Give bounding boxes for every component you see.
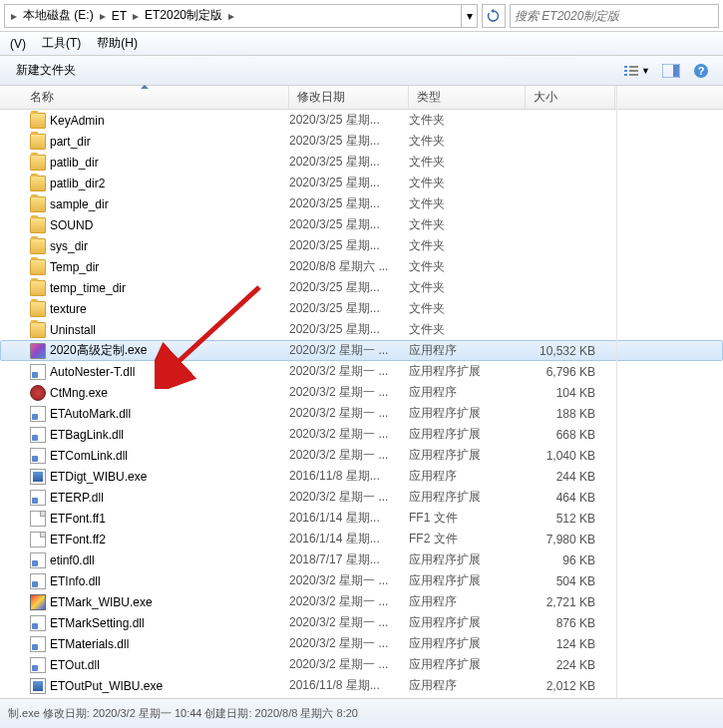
file-size: 6,796 KB — [526, 365, 605, 379]
search-box[interactable] — [510, 4, 719, 28]
file-type: 文件夹 — [409, 175, 526, 191]
file-size: 512 KB — [526, 512, 605, 526]
column-date[interactable]: 修改日期 — [289, 86, 409, 109]
file-name: sys_dir — [50, 239, 88, 253]
file-row[interactable]: Temp_dir2020/8/8 星期六 ...文件夹 — [0, 256, 723, 277]
file-name: texture — [50, 302, 87, 316]
file-row[interactable]: sys_dir2020/3/25 星期...文件夹 — [0, 235, 723, 256]
chevron-right-icon[interactable]: ▸ — [226, 9, 236, 23]
list-view-icon — [623, 64, 639, 78]
chevron-right-icon[interactable]: ▸ — [9, 9, 19, 23]
file-type: 应用程序扩展 — [409, 656, 526, 673]
svg-rect-0 — [624, 66, 627, 68]
file-row[interactable]: patlib_dir2020/3/25 星期...文件夹 — [0, 152, 723, 173]
file-row[interactable]: ETAutoMark.dll2020/3/2 星期一 ...应用程序扩展188 … — [0, 403, 723, 424]
file-date: 2020/3/25 星期... — [289, 133, 409, 150]
file-date: 2020/3/2 星期一 ... — [289, 593, 409, 610]
file-type: 文件夹 — [409, 112, 526, 129]
svg-rect-3 — [629, 70, 638, 72]
file-size: 124 KB — [526, 637, 605, 651]
file-row[interactable]: CtMng.exe2020/3/2 星期一 ...应用程序104 KB — [0, 382, 723, 403]
menu-view[interactable]: (V) — [4, 35, 32, 53]
file-row[interactable]: AutoNester-T.dll2020/3/2 星期一 ...应用程序扩展6,… — [0, 361, 723, 382]
preview-pane-button[interactable] — [657, 59, 685, 83]
svg-rect-2 — [624, 70, 627, 72]
wibu-icon — [30, 469, 46, 485]
crumb-folder[interactable]: ET2020制定版 — [141, 5, 226, 27]
dll-icon — [30, 490, 46, 506]
file-row[interactable]: ETERP.dll2020/3/2 星期一 ...应用程序扩展464 KB — [0, 487, 723, 508]
file-list[interactable]: KeyAdmin2020/3/25 星期...文件夹part_dir2020/3… — [0, 110, 723, 696]
file-row[interactable]: texture2020/3/25 星期...文件夹 — [0, 298, 723, 319]
breadcrumb[interactable]: ▸ 本地磁盘 (E:) ▸ ET ▸ ET2020制定版 ▸ ▾ — [4, 4, 478, 28]
chevron-right-icon[interactable]: ▸ — [131, 9, 141, 23]
file-type: 文件夹 — [409, 195, 526, 212]
file-name: SOUND — [50, 218, 93, 232]
menu-tools[interactable]: 工具(T) — [36, 33, 87, 54]
file-row[interactable]: ETMarkSetting.dll2020/3/2 星期一 ...应用程序扩展8… — [0, 612, 723, 633]
sort-asc-icon — [141, 85, 149, 89]
file-type: 应用程序扩展 — [409, 447, 526, 464]
file-row[interactable]: ETBagLink.dll2020/3/2 星期一 ...应用程序扩展668 K… — [0, 424, 723, 445]
help-icon: ? — [693, 63, 709, 79]
file-type: 应用程序扩展 — [409, 614, 526, 631]
file-type: FF1 文件 — [409, 510, 526, 527]
file-row[interactable]: ETComLink.dll2020/3/2 星期一 ...应用程序扩展1,040… — [0, 445, 723, 466]
folder-icon — [30, 280, 46, 296]
file-row[interactable]: Uninstall2020/3/25 星期...文件夹 — [0, 319, 723, 340]
file-name: ETAutoMark.dll — [50, 407, 131, 421]
folder-icon — [30, 301, 46, 317]
file-date: 2020/3/25 星期... — [289, 154, 409, 171]
file-row[interactable]: temp_time_dir2020/3/25 星期...文件夹 — [0, 277, 723, 298]
file-row[interactable]: sample_dir2020/3/25 星期...文件夹 — [0, 193, 723, 214]
menu-help[interactable]: 帮助(H) — [91, 33, 144, 54]
file-row[interactable]: part_dir2020/3/25 星期...文件夹 — [0, 131, 723, 152]
file-type: 应用程序 — [409, 677, 526, 694]
refresh-button[interactable] — [482, 4, 506, 28]
file-row[interactable]: ETInfo.dll2020/3/2 星期一 ...应用程序扩展504 KB — [0, 570, 723, 591]
history-dropdown[interactable]: ▾ — [461, 5, 477, 27]
new-folder-button[interactable]: 新建文件夹 — [8, 58, 84, 83]
file-row[interactable]: ETFont.ff12016/1/14 星期...FF1 文件512 KB — [0, 508, 723, 529]
file-date: 2016/11/8 星期... — [289, 677, 409, 694]
file-row[interactable]: patlib_dir22020/3/25 星期...文件夹 — [0, 173, 723, 193]
file-row[interactable]: ETMark_WIBU.exe2020/3/2 星期一 ...应用程序2,721… — [0, 591, 723, 612]
file-type: 应用程序 — [409, 468, 526, 485]
crumb-et[interactable]: ET — [108, 5, 131, 27]
column-name-label: 名称 — [30, 89, 54, 106]
file-type: 文件夹 — [409, 321, 526, 338]
view-mode-button[interactable]: ▼ — [618, 61, 655, 81]
pane-divider[interactable] — [616, 86, 617, 698]
chevron-right-icon[interactable]: ▸ — [98, 9, 108, 23]
column-size[interactable]: 大小 — [526, 86, 615, 109]
file-size: 244 KB — [526, 470, 605, 484]
dll-icon — [30, 615, 46, 631]
folder-icon — [30, 238, 46, 254]
file-size: 668 KB — [526, 428, 605, 442]
search-input[interactable] — [515, 9, 714, 23]
file-row[interactable]: ETOut.dll2020/3/2 星期一 ...应用程序扩展224 KB — [0, 654, 723, 675]
file-type: 文件夹 — [409, 154, 526, 171]
help-button[interactable]: ? — [687, 59, 715, 83]
svg-rect-5 — [629, 74, 638, 76]
file-name: Temp_dir — [50, 260, 99, 274]
crumb-drive[interactable]: 本地磁盘 (E:) — [19, 5, 98, 27]
file-row[interactable]: KeyAdmin2020/3/25 星期...文件夹 — [0, 110, 723, 131]
file-type: 文件夹 — [409, 258, 526, 275]
dll-icon — [30, 657, 46, 673]
file-name: part_dir — [50, 135, 91, 149]
file-row[interactable]: SOUND2020/3/25 星期...文件夹 — [0, 214, 723, 235]
column-name[interactable]: 名称 — [0, 86, 289, 109]
file-name: patlib_dir — [50, 156, 99, 170]
file-row[interactable]: 2020高级定制.exe2020/3/2 星期一 ...应用程序10,532 K… — [0, 340, 723, 361]
file-name: temp_time_dir — [50, 281, 126, 295]
column-type[interactable]: 类型 — [409, 86, 526, 109]
exe-icon — [30, 343, 46, 359]
file-row[interactable]: ETDigt_WIBU.exe2016/11/8 星期...应用程序244 KB — [0, 466, 723, 487]
file-row[interactable]: ETOutPut_WIBU.exe2016/11/8 星期...应用程序2,01… — [0, 675, 723, 696]
file-row[interactable]: ETFont.ff22016/1/14 星期...FF2 文件7,980 KB — [0, 529, 723, 549]
file-name: ETOut.dll — [50, 658, 100, 672]
file-row[interactable]: ETMaterials.dll2020/3/2 星期一 ...应用程序扩展124… — [0, 633, 723, 654]
column-headers: 名称 修改日期 类型 大小 — [0, 86, 723, 110]
file-row[interactable]: etinf0.dll2018/7/17 星期...应用程序扩展96 KB — [0, 549, 723, 570]
